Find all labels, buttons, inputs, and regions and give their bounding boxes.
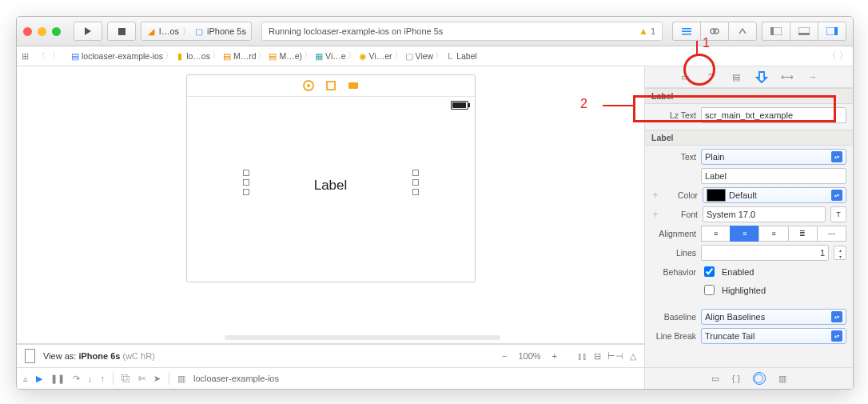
inspector-tabs: ▭ ? ▤ ⟷ → [645, 66, 853, 88]
viewas-device[interactable]: iPhone 6s [78, 351, 120, 361]
forward-button[interactable]: 〉 [50, 47, 62, 65]
file-inspector-tab[interactable]: ▭ [679, 70, 691, 83]
lz-text-input[interactable] [701, 107, 846, 123]
behavior-enabled-checkbox[interactable] [704, 266, 715, 277]
minimize-window[interactable] [38, 27, 46, 36]
canvas[interactable]: Label [17, 66, 644, 335]
crumb-controller[interactable]: ◉Vi…er [358, 51, 392, 61]
color-label: Color [664, 190, 698, 200]
toggle-navigator[interactable] [762, 22, 790, 41]
step-over-icon[interactable]: ↷ [73, 374, 80, 384]
linebreak-select[interactable]: Truncate Tail▴▾ [701, 328, 846, 344]
color-select[interactable]: Default ▴▾ [703, 187, 846, 203]
add-color-variant[interactable]: + [651, 190, 659, 201]
font-label: Font [664, 210, 698, 219]
controller-icon: ◉ [358, 51, 368, 61]
close-window[interactable] [23, 27, 32, 36]
crumb-folder[interactable]: ▮lo…os [175, 51, 210, 61]
related-items-icon[interactable]: ⊞ [22, 51, 29, 61]
align-natural[interactable]: --- [817, 226, 846, 242]
issues-badge[interactable]: ▲ 1 [639, 26, 655, 37]
crumb-scene[interactable]: ▦Vi…e [314, 51, 346, 61]
code-snippet-library-tab[interactable]: { } [732, 374, 740, 383]
text-value-input[interactable] [701, 168, 846, 184]
zoom-out[interactable]: − [502, 351, 507, 361]
debug-memory-icon[interactable]: ✄ [138, 374, 145, 384]
step-into-icon[interactable]: ↓ [88, 374, 93, 383]
run-button[interactable] [74, 22, 102, 41]
pause-icon[interactable]: ❚❚ [50, 374, 65, 384]
align-icon[interactable]: ⊟ [594, 351, 601, 362]
scene-toolbar [187, 75, 475, 97]
lines-stepper[interactable]: ▴▾ [834, 246, 846, 260]
align-right[interactable]: ≡ [759, 226, 787, 242]
media-library-tab[interactable]: ▥ [778, 374, 786, 384]
library-tabs: ▭ { } ◯ ▥ [645, 367, 853, 389]
continue-execution-icon[interactable]: ▶ [36, 374, 42, 384]
horizontal-scrollbar[interactable] [225, 335, 500, 340]
object-library-tab[interactable]: ◯ [753, 372, 766, 385]
view-as-bar: View as: iPhone 6s (wC hR) − 100% + ⫿⫿ ⊟… [17, 344, 644, 367]
lines-label: Lines [651, 248, 696, 258]
toggle-debug-icon[interactable]: ▵ [23, 374, 28, 384]
crumb-label[interactable]: LLabel [445, 51, 477, 61]
crumb-storyboard-base[interactable]: ▤M…e) [268, 51, 302, 61]
standard-editor[interactable] [672, 22, 700, 41]
debug-view-hierarchy-icon[interactable]: ⿻ [121, 374, 130, 383]
toggle-utilities[interactable] [818, 22, 846, 41]
annotation-1-number: 1 [703, 36, 710, 50]
version-editor[interactable] [728, 22, 757, 41]
font-input[interactable] [703, 206, 826, 222]
toggle-debug-area[interactable] [790, 22, 818, 41]
add-font-variant[interactable]: + [651, 209, 659, 220]
svg-rect-1 [682, 28, 691, 30]
jump-prev[interactable]: 〈 [827, 50, 836, 62]
behavior-highlighted-checkbox[interactable] [704, 285, 715, 295]
connections-inspector-tab[interactable]: → [806, 70, 819, 83]
crumb-view[interactable]: ▢View [404, 51, 434, 61]
first-responder-icon[interactable] [303, 80, 314, 91]
text-mode-select[interactable]: Plain▴▾ [701, 149, 846, 165]
svg-rect-3 [682, 34, 691, 35]
annotation-2-number: 2 [580, 97, 587, 111]
panel-toggles [762, 22, 846, 41]
scene-icon: ▦ [314, 51, 324, 61]
project-icon: ▤ [70, 51, 80, 61]
zoom-in[interactable]: + [552, 351, 557, 361]
placed-label[interactable]: Label [314, 178, 348, 194]
identity-inspector-tab[interactable]: ▤ [730, 70, 743, 83]
status-text: Running locloaser-example-ios on iPhone … [269, 26, 443, 36]
file-template-library-tab[interactable]: ▭ [711, 374, 719, 384]
quick-help-tab[interactable]: ? [704, 70, 717, 83]
storyboard-entry-icon[interactable] [348, 80, 359, 91]
zoom-window[interactable] [52, 27, 61, 36]
back-button[interactable]: 〈 [35, 47, 48, 65]
device-orientation-icon[interactable] [25, 349, 35, 363]
embed-in-icon[interactable]: ⫿⫿ [578, 351, 587, 362]
linebreak-label: Line Break [651, 331, 696, 341]
size-inspector-tab[interactable]: ⟷ [781, 70, 794, 83]
step-out-icon[interactable]: ↑ [101, 374, 106, 383]
process-name[interactable]: locloaser-example-ios [193, 374, 279, 383]
jump-bar: ⊞ 〈 〉 ▤locloaser-example-ios〉 ▮lo…os〉 ▤M… [17, 46, 853, 66]
svg-rect-0 [118, 28, 125, 35]
resolve-issues-icon[interactable]: △ [630, 351, 636, 362]
lines-input[interactable] [701, 245, 829, 261]
exit-icon[interactable] [325, 80, 336, 91]
attributes-inspector-tab[interactable] [755, 70, 768, 83]
baseline-select[interactable]: Align Baselines▴▾ [701, 309, 846, 325]
crumb-storyboard[interactable]: ▤M…rd [222, 51, 257, 61]
crumb-project[interactable]: ▤locloaser-example-ios [70, 51, 163, 61]
simulate-location-icon[interactable]: ➤ [153, 374, 161, 384]
stop-button[interactable] [107, 22, 136, 41]
device-frame: Label [186, 74, 476, 282]
align-left[interactable]: ≡ [701, 226, 730, 242]
scheme-selector[interactable]: ◢ l…os 〉 ▢ iPhone 5s [141, 22, 252, 41]
xcode-window: ◢ l…os 〉 ▢ iPhone 5s Running locloaser-e… [16, 16, 854, 390]
align-center[interactable]: ≡ [730, 226, 759, 242]
jump-next[interactable]: 〉 [839, 50, 848, 62]
align-justify[interactable]: ≣ [788, 226, 817, 242]
label-icon: L [445, 51, 455, 61]
pin-icon[interactable]: ⊢⊣ [607, 351, 623, 362]
font-picker-button[interactable]: T [830, 206, 846, 222]
